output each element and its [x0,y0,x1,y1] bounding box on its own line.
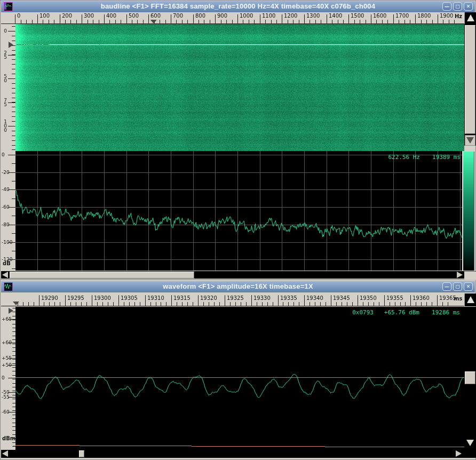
frequency-ruler-label: 600 [150,13,161,19]
time-ruler-label: 19310 [147,295,164,301]
frequency-ruler[interactable]: Hz 0100200300400500600700800900100011001… [1,12,464,24]
db-axis-label: -100 [2,240,15,245]
time-ruler-label: 19345 [333,295,350,301]
waveform-sample-readout: 0x0793 +65.76 dBm [352,309,419,316]
waveform-scroll-up-button[interactable] [464,294,476,306]
time-ruler-label: 19290 [41,295,58,301]
desktop: { "top_window": { "title": "baudline <F1… [0,0,476,460]
time-ruler-label: 19350 [360,295,377,301]
time-axis-label: 5 0 [2,74,9,83]
amplitude-axis-label: -60 [2,409,15,415]
frequency-ruler-label: 700 [173,13,183,19]
frequency-ruler-label: 200 [62,13,72,19]
time-axis-label: 1 0 0 [2,120,9,132]
frequency-ruler-label: 1600 [373,13,386,19]
spectrogram-scroll-down-button[interactable] [465,135,475,146]
amplitude-axis-label: 0 [2,375,15,380]
sample-level-value: +65.76 dBm [384,309,419,316]
amplitude-axis-label: +60 [2,340,15,345]
frequency-ruler-label: 900 [217,13,227,19]
time-ruler-label: 19325 [227,295,244,301]
spectrum-frequency-readout: 622.56 Hz [388,154,420,161]
waveform-canvas[interactable] [15,307,464,450]
frequency-ruler-label: 800 [195,13,205,19]
waveform-scroll-down-button[interactable] [466,440,474,446]
time-ruler-label: 19320 [200,295,217,301]
time-ruler-label: 19335 [280,295,297,301]
time-ruler-label: 19305 [121,295,138,301]
maximize-button[interactable]: ▢ [453,282,462,291]
frequency-ruler-label: 100 [39,13,50,19]
frequency-ruler-label: 1700 [395,13,409,19]
spectrogram-vscrollbar-thumb[interactable] [465,25,475,134]
baudline-titlebar[interactable]: baudline <F1> FFT=16384 sample_rate=1000… [1,1,475,12]
frequency-ruler-label: 0 [17,13,20,19]
sample-hex-value: 0x0793 [352,309,374,316]
frequency-ruler-label: 300 [84,13,94,19]
time-ruler-label: 19355 [386,295,403,301]
close-button[interactable]: ✕ [464,2,473,11]
intensity-scale[interactable] [463,152,474,271]
time-ruler-label: 19295 [67,295,84,301]
scroll-left-arrow[interactable] [2,272,8,278]
amplitude-unit-label: dBm [2,435,15,441]
db-axis-label: -20 [2,170,15,175]
time-ruler[interactable]: ms 1929019295193001930519310193151932019… [1,294,464,306]
spectrum-canvas[interactable] [15,151,462,271]
time-ruler-label: 19365 [439,295,456,301]
frequency-ruler-label: 1400 [329,13,342,19]
time-ruler-label: 19300 [94,295,111,301]
spectrum-db-axis[interactable]: dB 0-20-40-60-80-100-120 [1,151,15,271]
spectrogram-scroll-up-button[interactable] [464,12,476,24]
amplitude-axis-label: -55 [2,394,15,400]
up-arrow-icon [467,14,474,21]
time-ruler-label: 19330 [253,295,271,301]
minimize-button[interactable]: — [442,2,451,11]
frequency-ruler-label: 1900 [440,13,453,19]
frequency-ruler-label: 1300 [306,13,320,19]
close-button[interactable]: ✕ [464,282,473,291]
time-axis-label: 0 [2,29,9,33]
time-ruler-label: 19340 [306,295,323,301]
scroll-left-arrow[interactable] [2,450,8,457]
spectrogram-time-axis[interactable]: s 02 55 07 51 0 0 [1,24,15,151]
up-arrow-icon [467,296,474,303]
db-axis-label: -60 [2,204,15,210]
waveform-titlebar[interactable]: waveform <F1> amplitude=16X timebase=1X … [1,281,475,292]
time-ruler-label: 19360 [412,295,430,301]
waveform-window-title: waveform <F1> amplitude=16X timebase=1X [1,282,475,290]
baudline-hscrollbar-thumb[interactable] [10,272,194,279]
db-axis-label: 0 [2,152,15,157]
waveform-hscrollbar-thumb[interactable] [79,450,84,457]
db-axis-label: -120 [2,257,15,262]
time-axis-label: 7 5 [2,98,9,107]
scroll-right-arrow[interactable] [457,272,463,278]
frequency-ruler-label: 1500 [351,13,364,19]
waveform-vscrollbar-thumb[interactable] [465,371,475,384]
frequency-ruler-label: 1200 [284,13,297,19]
waveform-amplitude-axis[interactable]: dBm +65+60+55+500-50-55-60 [1,307,15,450]
db-axis-label: -80 [2,222,15,227]
time-ruler-label: 19315 [173,295,191,301]
time-axis-label: 2 5 [2,51,9,59]
db-axis-label: -40 [2,187,15,192]
waveform-hscrollbar-track[interactable] [1,450,476,458]
frequency-ruler-label: 400 [106,13,116,19]
minimize-button[interactable]: — [442,282,451,291]
frequency-ruler-label: 1000 [240,13,253,19]
waveform-window: waveform <F1> amplitude=16X timebase=1X … [0,280,476,460]
spectrogram-canvas[interactable] [15,24,464,151]
frequency-ruler-label: 500 [129,13,139,19]
amplitude-axis-label: +65 [2,316,15,322]
frequency-ruler-label: 1100 [262,13,275,19]
maximize-button[interactable]: ▢ [453,2,462,11]
scroll-right-arrow[interactable] [456,450,462,457]
amplitude-axis-label: +55 [2,355,15,361]
baudline-window: baudline <F1> FFT=16384 sample_rate=1000… [0,0,476,280]
db-axis-ticks [1,151,15,271]
amplitude-axis-label: +50 [2,362,15,368]
frequency-ruler-label: 1800 [417,13,431,19]
frequency-unit-label: Hz [455,13,462,19]
scrollbar-corner [464,271,476,280]
baudline-window-title: baudline <F1> FFT=16384 sample_rate=1000… [1,2,475,10]
